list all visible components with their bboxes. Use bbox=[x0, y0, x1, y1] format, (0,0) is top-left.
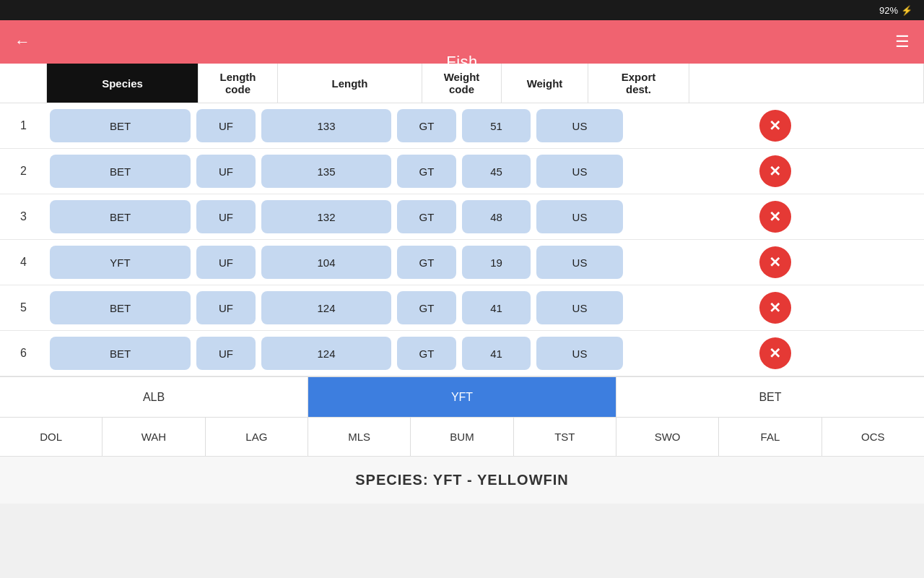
species-cell[interactable]: YFT bbox=[50, 246, 191, 279]
row-number: 4 bbox=[0, 256, 47, 269]
status-bar: 92% ⚡ bbox=[0, 0, 924, 20]
species-selector-bar-2: DOLWAHLAGMLSBUMTSTSWOFALOCS bbox=[0, 417, 924, 456]
delete-row-button[interactable]: ✕ bbox=[759, 246, 791, 278]
battery-level: 92% bbox=[879, 5, 898, 16]
weight-code-cell[interactable]: GT bbox=[397, 155, 456, 188]
battery-charging-icon: ⚡ bbox=[901, 5, 912, 16]
species-info-bar: SPECIES: YFT - YELLOWFIN bbox=[0, 456, 924, 504]
length-cell[interactable]: 132 bbox=[261, 200, 391, 233]
delete-row-button[interactable]: ✕ bbox=[759, 337, 791, 369]
weight-cell[interactable]: 45 bbox=[462, 155, 531, 188]
export-dest-cell[interactable]: US bbox=[536, 109, 623, 142]
row-number: 3 bbox=[0, 210, 47, 223]
delete-cell: ✕ bbox=[626, 246, 924, 278]
length-code-cell[interactable]: UF bbox=[196, 246, 256, 279]
species-button-ocs[interactable]: OCS bbox=[822, 418, 924, 456]
col-header-action bbox=[689, 64, 924, 103]
export-dest-cell[interactable]: US bbox=[536, 155, 623, 188]
species-cell[interactable]: BET bbox=[50, 155, 191, 188]
weight-code-cell[interactable]: GT bbox=[397, 337, 456, 370]
hamburger-menu-button[interactable]: ☰ bbox=[895, 33, 910, 51]
weight-cell[interactable]: 48 bbox=[462, 200, 531, 233]
species-button-mls[interactable]: MLS bbox=[308, 418, 411, 456]
export-dest-cell[interactable]: US bbox=[536, 291, 623, 324]
weight-code-cell[interactable]: GT bbox=[397, 109, 456, 142]
table-row: 4 YFT UF 104 GT 19 US ✕ bbox=[0, 240, 924, 285]
length-code-cell[interactable]: UF bbox=[196, 155, 256, 188]
delete-cell: ✕ bbox=[626, 155, 924, 187]
fish-table: Species Lengthcode Length Weightcode Wei… bbox=[0, 64, 924, 376]
row-number: 5 bbox=[0, 301, 47, 314]
page-title: Fish bbox=[446, 40, 478, 84]
row-number: 6 bbox=[0, 347, 47, 360]
col-header-weight: Weight bbox=[502, 64, 588, 103]
table-row: 6 BET UF 124 GT 41 US ✕ bbox=[0, 331, 924, 376]
col-header-export-dest: Exportdest. bbox=[588, 64, 689, 103]
table-row: 3 BET UF 132 GT 48 US ✕ bbox=[0, 194, 924, 240]
length-cell[interactable]: 133 bbox=[261, 109, 391, 142]
row-number: 2 bbox=[0, 165, 47, 178]
table-row: 5 BET UF 124 GT 41 US ✕ bbox=[0, 285, 924, 331]
species-button-tst[interactable]: TST bbox=[514, 418, 616, 456]
length-code-cell[interactable]: UF bbox=[196, 337, 256, 370]
length-cell[interactable]: 124 bbox=[261, 337, 391, 370]
species-cell[interactable]: BET bbox=[50, 109, 191, 142]
species-button-dol[interactable]: DOL bbox=[0, 418, 103, 456]
species-button-swo[interactable]: SWO bbox=[616, 418, 719, 456]
weight-cell[interactable]: 41 bbox=[462, 291, 531, 324]
species-info-text: SPECIES: YFT - YELLOWFIN bbox=[355, 472, 569, 488]
delete-row-button[interactable]: ✕ bbox=[759, 201, 791, 233]
weight-code-cell[interactable]: GT bbox=[397, 246, 456, 279]
species-button-bet[interactable]: BET bbox=[616, 377, 924, 417]
species-button-bum[interactable]: BUM bbox=[411, 418, 513, 456]
delete-cell: ✕ bbox=[626, 292, 924, 324]
col-header-length-code: Lengthcode bbox=[199, 64, 278, 103]
col-header-num bbox=[0, 64, 47, 103]
export-dest-cell[interactable]: US bbox=[536, 246, 623, 279]
delete-row-button[interactable]: ✕ bbox=[759, 110, 791, 142]
delete-cell: ✕ bbox=[626, 201, 924, 233]
col-header-length: Length bbox=[278, 64, 422, 103]
delete-row-button[interactable]: ✕ bbox=[759, 155, 791, 187]
delete-row-button[interactable]: ✕ bbox=[759, 292, 791, 324]
length-code-cell[interactable]: UF bbox=[196, 109, 256, 142]
species-button-fal[interactable]: FAL bbox=[719, 418, 821, 456]
length-cell[interactable]: 124 bbox=[261, 291, 391, 324]
length-code-cell[interactable]: UF bbox=[196, 200, 256, 233]
species-button-wah[interactable]: WAH bbox=[103, 418, 205, 456]
col-header-species: Species bbox=[47, 64, 199, 103]
length-cell[interactable]: 135 bbox=[261, 155, 391, 188]
export-dest-cell[interactable]: US bbox=[536, 200, 623, 233]
species-selector-bar-1: ALBYFTBET bbox=[0, 376, 924, 417]
export-dest-cell[interactable]: US bbox=[536, 337, 623, 370]
length-code-cell[interactable]: UF bbox=[196, 291, 256, 324]
back-arrow-button[interactable]: ← bbox=[14, 33, 30, 51]
row-number: 1 bbox=[0, 119, 47, 132]
delete-cell: ✕ bbox=[626, 337, 924, 369]
species-button-yft[interactable]: YFT bbox=[308, 377, 616, 417]
app-header: ← Fish ☰ bbox=[0, 20, 924, 64]
weight-cell[interactable]: 19 bbox=[462, 246, 531, 279]
table-body: 1 BET UF 133 GT 51 US ✕ 2 BET UF 135 GT … bbox=[0, 103, 924, 376]
table-row: 2 BET UF 135 GT 45 US ✕ bbox=[0, 149, 924, 194]
species-cell[interactable]: BET bbox=[50, 200, 191, 233]
table-row: 1 BET UF 133 GT 51 US ✕ bbox=[0, 103, 924, 149]
weight-code-cell[interactable]: GT bbox=[397, 200, 456, 233]
species-cell[interactable]: BET bbox=[50, 291, 191, 324]
weight-cell[interactable]: 51 bbox=[462, 109, 531, 142]
weight-code-cell[interactable]: GT bbox=[397, 291, 456, 324]
length-cell[interactable]: 104 bbox=[261, 246, 391, 279]
species-button-alb[interactable]: ALB bbox=[0, 377, 308, 417]
weight-cell[interactable]: 41 bbox=[462, 337, 531, 370]
species-button-lag[interactable]: LAG bbox=[206, 418, 308, 456]
delete-cell: ✕ bbox=[626, 110, 924, 142]
species-cell[interactable]: BET bbox=[50, 337, 191, 370]
